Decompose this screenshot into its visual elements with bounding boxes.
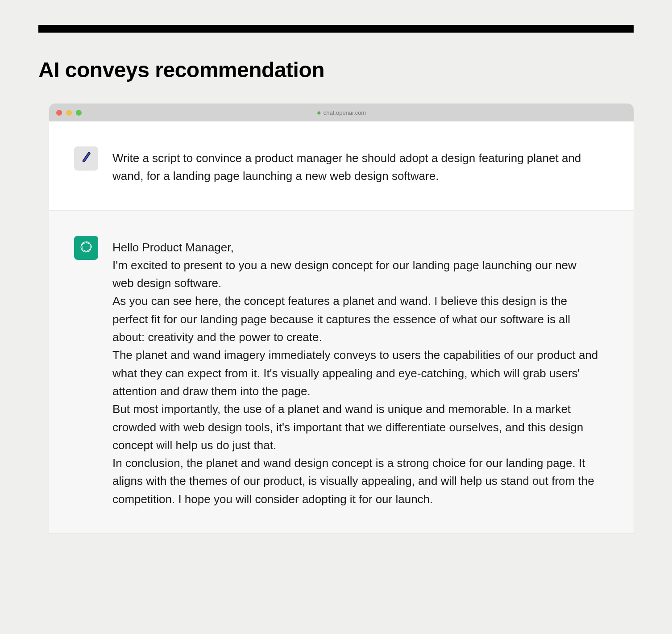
ai-message: Hello Product Manager, I'm excited to pr…	[49, 211, 634, 533]
ai-paragraph: As you can see here, the concept feature…	[112, 292, 600, 346]
chat-window: chat.openai.com Write a script to convin…	[49, 104, 634, 533]
ai-paragraph: Hello Product Manager,	[112, 238, 600, 256]
svg-rect-0	[83, 152, 91, 162]
browser-titlebar: chat.openai.com	[49, 104, 634, 121]
lock-icon	[317, 110, 321, 115]
minimize-window-button[interactable]	[66, 110, 72, 116]
user-avatar	[74, 146, 98, 171]
ai-paragraph: I'm excited to present to you a new desi…	[112, 256, 600, 292]
close-window-button[interactable]	[56, 110, 62, 116]
ai-paragraph: The planet and wand imagery immediately …	[112, 346, 600, 400]
openai-logo-icon	[78, 239, 94, 257]
ai-paragraph: But most importantly, the use of a plane…	[112, 400, 600, 454]
window-controls	[56, 110, 82, 116]
maximize-window-button[interactable]	[76, 110, 82, 116]
conversation: Write a script to convince a product man…	[49, 121, 634, 533]
user-message: Write a script to convince a product man…	[49, 121, 634, 211]
pencil-icon	[79, 151, 93, 166]
page-title: AI conveys recommendation	[38, 58, 634, 82]
ai-avatar	[74, 236, 98, 260]
user-message-text: Write a script to convince a product man…	[112, 146, 609, 185]
url-text: chat.openai.com	[324, 109, 366, 116]
header-divider	[38, 25, 634, 33]
ai-paragraph: In conclusion, the planet and wand desig…	[112, 454, 600, 508]
address-bar: chat.openai.com	[317, 109, 366, 116]
ai-message-text: Hello Product Manager, I'm excited to pr…	[112, 236, 609, 508]
